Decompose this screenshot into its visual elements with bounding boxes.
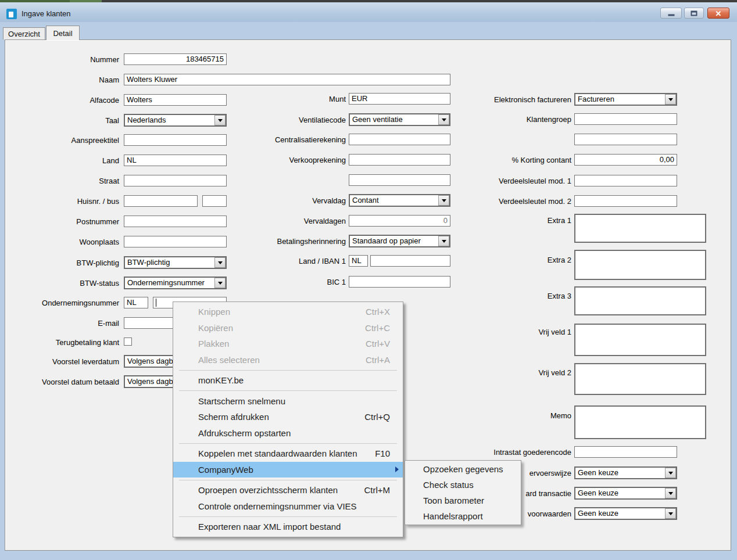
memo-label: Memo [440,411,571,421]
menu-item-oproepen-overzichtsscherm[interactable]: Oproepen overzichtsscherm klanten Ctrl+M [173,482,403,498]
menu-item-label: Exporteren naar XML import bestand [198,522,341,532]
ondernemingsnummer-land-input[interactable]: NL [124,297,148,308]
betalingsherinnering-select[interactable]: Standaard op papier [349,235,450,247]
chevron-down-icon[interactable] [665,94,676,105]
verdeelsleutel2-input[interactable] [574,195,677,207]
submenu-item-check-status[interactable]: Check status [405,477,521,493]
menu-item-koppelen-standaardwaarden[interactable]: Koppelen met standaardwaarden klanten F1… [173,446,403,462]
extra1-label: Extra 1 [440,216,571,225]
btw-status-select[interactable]: Ondernemingsnummer [124,277,227,289]
huisnr-label: Huisnr. / bus [6,197,119,206]
betalingsherinnering-label: Betalingsherinnering [244,237,346,246]
woonplaats-input[interactable] [124,236,227,247]
btw-plichtig-value: BTW-plichtig [127,257,170,268]
btw-status-value: Ondernemingsnummer [127,278,205,288]
woonplaats-label: Woonplaats [6,238,119,247]
chevron-down-icon[interactable] [438,236,449,246]
menu-item-exporteren-xml[interactable]: Exporteren naar XML import bestand [173,519,403,535]
vervaldagen-label: Vervaldagen [244,217,346,226]
maximize-button[interactable] [684,8,704,19]
ventilatiecode-select[interactable]: Geen ventilatie [349,113,450,126]
straat-input[interactable] [124,175,227,186]
menu-item-startscherm-snelmenu[interactable]: Startscherm snelmenu [173,393,403,410]
extra3-textarea[interactable] [574,286,706,315]
terugbetaling-klant-label: Terugbetaling klant [6,338,119,347]
chevron-down-icon[interactable] [214,257,226,268]
context-menu: Knippen Ctrl+X Kopiëren Ctrl+C Plakken C… [173,301,403,537]
centralisatierekening-input[interactable] [349,134,450,145]
elektronisch-factureren-value: Factureren [578,94,614,105]
extra2-textarea[interactable] [574,250,706,280]
terugbetaling-klant-checkbox[interactable] [124,338,132,346]
submenu-item-opzoeken-gegevens[interactable]: Opzoeken gegevens [405,461,521,477]
menu-item-monkey-be[interactable]: monKEY.be [173,372,403,389]
betalingsherinnering-value: Standaard op papier [352,236,421,246]
verdeelsleutel1-label: Verdeelsleutel mod. 1 [440,177,571,186]
klantengroep-input[interactable] [574,113,677,125]
intrastat-goederencode-input[interactable] [574,446,677,458]
menu-item-label: Afdrukscherm opstarten [198,428,291,438]
aanspreektitel-input[interactable] [124,134,227,146]
voorwaarden-select[interactable]: Geen keuze [574,507,677,520]
vrij-veld1-label: Vrij veld 1 [440,328,571,337]
munt-input[interactable]: EUR [349,93,450,105]
menu-item-companyweb[interactable]: CompanyWeb [173,462,403,478]
menu-item-kopieren: Kopiëren Ctrl+C [173,320,403,336]
menu-item-knippen: Knippen Ctrl+X [173,304,403,320]
voorstel-datum-betaald-value: Volgens dagb [127,376,173,387]
bic1-input[interactable] [349,276,450,288]
vervoerswijze-select[interactable]: Geen keuze [574,466,677,479]
vrij-veld2-textarea[interactable] [574,363,706,395]
ondernemingsnummer-label: Ondernemingsnummer [6,299,119,308]
taal-select[interactable]: Nederlands [124,114,227,127]
close-button[interactable]: ✕ [707,8,729,19]
btw-plichtig-label: BTW-plichtig [6,259,119,268]
vervaldagen-input[interactable]: 0 [349,215,450,227]
btw-plichtig-select[interactable]: BTW-plichtig [124,256,227,269]
extra1-textarea[interactable] [574,214,706,243]
memo-textarea[interactable] [574,405,706,439]
extra3-label: Extra 3 [440,292,571,301]
menu-item-scherm-afdrukken[interactable]: Scherm afdrukken Ctrl+Q [173,409,403,425]
vervaldag-select[interactable]: Contant [349,194,450,207]
chevron-down-icon[interactable] [665,468,676,478]
menu-separator [179,480,397,480]
tab-detail[interactable]: Detail [46,26,80,40]
postnummer-input[interactable] [124,216,227,227]
submenu-item-toon-barometer[interactable]: Toon barometer [405,493,521,508]
aard-transactie-select[interactable]: Geen keuze [574,487,677,500]
tab-overzicht[interactable]: Overzicht [3,27,45,40]
klantengroep2-input[interactable] [574,134,677,145]
verdeelsleutel1-input[interactable] [574,175,677,186]
menu-item-plakken: Plakken Ctrl+V [173,336,403,352]
close-icon: ✕ [715,9,722,17]
menu-item-label: Alles selecteren [198,355,260,365]
chevron-down-icon[interactable] [214,115,226,125]
aard-transactie-value: Geen keuze [578,488,618,498]
menu-item-afdrukscherm-opstarten[interactable]: Afdrukscherm opstarten [173,425,403,441]
verkooprekening-input[interactable] [349,154,450,166]
verkooprekening2-input[interactable] [349,174,450,186]
menu-item-shortcut: Ctrl+Q [364,412,390,422]
iban1-land-input[interactable]: NL [349,255,368,267]
vrij-veld1-textarea[interactable] [574,324,706,356]
menu-separator [179,443,397,444]
elektronisch-factureren-select[interactable]: Factureren [574,93,677,106]
land-input[interactable]: NL [124,155,227,166]
huisnr-input[interactable] [124,195,198,207]
menu-item-shortcut: Ctrl+A [366,355,390,365]
iban1-input[interactable] [370,255,450,267]
submenu-item-handelsrapport[interactable]: Handelsrapport [405,508,521,524]
nummer-input[interactable]: 183465715 [124,53,227,65]
naam-input[interactable]: Wolters Kluwer [124,74,450,85]
bus-input[interactable] [202,195,227,207]
menu-item-shortcut: F10 [375,448,390,458]
menu-item-controle-vies[interactable]: Controle ondernemingsnummer via VIES [173,498,403,515]
chevron-down-icon[interactable] [665,488,676,498]
menu-item-label: Kopiëren [198,323,233,333]
chevron-down-icon[interactable] [214,278,226,288]
minimize-button[interactable] [660,8,682,19]
chevron-down-icon[interactable] [665,508,676,519]
korting-contant-input[interactable]: 0,00 [574,154,677,166]
alfacode-input[interactable]: Wolters [124,94,227,106]
